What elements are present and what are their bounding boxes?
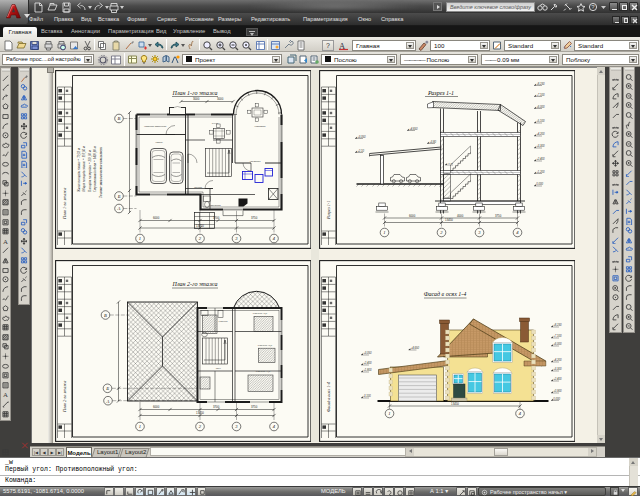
svg-text:+7,100: +7,100 — [553, 334, 562, 338]
svg-text:6000: 6000 — [153, 216, 160, 220]
svg-text:1: 1 — [138, 424, 140, 429]
svg-text:+2,400: +2,400 — [553, 377, 562, 381]
svg-text:Б: Б — [116, 193, 120, 198]
svg-text:Спальня 16,6: Спальня 16,6 — [257, 344, 272, 347]
svg-text:Холл: Холл — [214, 367, 221, 370]
svg-text:+4,200: +4,200 — [553, 358, 562, 362]
svg-text:+3,80: +3,80 — [429, 139, 436, 143]
svg-text:A: A — [3, 238, 8, 245]
svg-text:+1,200: +1,200 — [536, 169, 545, 173]
svg-text:+1,800: +1,800 — [363, 368, 372, 372]
svg-text:Спальня: Спальня — [218, 320, 228, 323]
svg-text:В: В — [117, 116, 120, 121]
svg-text:Технико-экономические показате: Технико-экономические показатели — [99, 146, 103, 197]
svg-text:+3,050: +3,050 — [363, 351, 372, 355]
svg-text:Фасад в осях 1-4: Фасад в осях 1-4 — [423, 291, 466, 297]
svg-text:13450: 13450 — [196, 223, 204, 227]
svg-text:+8,230: +8,230 — [553, 323, 562, 327]
svg-text:3000: 3000 — [217, 97, 224, 101]
svg-text:0,000: 0,000 — [536, 182, 543, 186]
svg-text:План 2-го этажа: План 2-го этажа — [171, 281, 217, 287]
svg-text:3000: 3000 — [193, 97, 200, 101]
svg-text:Б: Б — [105, 386, 109, 391]
svg-text:6000: 6000 — [153, 405, 160, 409]
svg-text:+3,300: +3,300 — [536, 144, 545, 148]
svg-text:Спальня 13,2: Спальня 13,2 — [255, 370, 270, 373]
svg-text:?: ? — [591, 4, 595, 10]
svg-text:13450: 13450 — [451, 402, 459, 406]
svg-text:Столовая: Столовая — [254, 125, 266, 128]
svg-text:1: 1 — [383, 230, 385, 235]
svg-text:+6,000: +6,000 — [553, 342, 562, 346]
svg-text:Топочная котельная: Топочная котельная — [143, 125, 166, 128]
svg-text:3750: 3750 — [251, 216, 258, 220]
svg-text:+8,230: +8,230 — [536, 81, 545, 85]
svg-text:+2,400: +2,400 — [536, 157, 545, 161]
svg-text:6000: 6000 — [409, 213, 416, 217]
svg-text:+3,050: +3,050 — [357, 134, 366, 138]
svg-text:+0,900: +0,900 — [553, 389, 562, 393]
svg-text:+4,650: +4,650 — [409, 126, 418, 130]
svg-text:3750: 3750 — [251, 405, 258, 409]
svg-text:A: A — [3, 391, 8, 398]
svg-text:+2,400: +2,400 — [363, 361, 372, 365]
svg-text:Разрез 1-1: Разрез 1-1 — [426, 89, 453, 95]
svg-text:+5,100: +5,100 — [536, 119, 545, 123]
svg-text:+2,10: +2,10 — [357, 148, 364, 152]
svg-text:Разрез 1-1: Разрез 1-1 — [326, 200, 331, 219]
svg-text:+6,000: +6,000 — [536, 104, 545, 108]
svg-text:Кухня: Кухня — [210, 122, 218, 125]
svg-text:План 1-го этажа: План 1-го этажа — [62, 187, 67, 219]
svg-text:Спальня 15,6: Спальня 15,6 — [252, 312, 267, 315]
svg-text:Гараж: Гараж — [154, 141, 163, 144]
svg-text:А: А — [116, 206, 120, 211]
svg-text:3700: 3700 — [213, 405, 220, 409]
svg-text:+4,650: +4,650 — [410, 346, 419, 350]
svg-text:4000: 4000 — [457, 213, 464, 217]
svg-text:-0,100: -0,100 — [363, 394, 371, 398]
svg-text:+3,300: +3,300 — [553, 367, 562, 371]
svg-text:+7,100: +7,100 — [536, 92, 545, 96]
svg-text:А: А — [105, 399, 109, 404]
svg-text:Фасад в осях 1-4: Фасад в осях 1-4 — [326, 382, 331, 412]
svg-text:0,000: 0,000 — [553, 397, 560, 401]
svg-text:План 2-го этажа: План 2-го этажа — [62, 381, 67, 413]
svg-text:1: 1 — [388, 411, 390, 416]
svg-text:В: В — [104, 313, 107, 318]
svg-text:+4,200: +4,200 — [536, 132, 545, 136]
svg-text:13450: 13450 — [196, 411, 204, 415]
svg-text:3750: 3750 — [495, 213, 502, 217]
svg-text:13450: 13450 — [445, 218, 453, 222]
svg-text:1: 1 — [138, 236, 140, 241]
svg-text:План 1-го этажа: План 1-го этажа — [171, 89, 217, 95]
